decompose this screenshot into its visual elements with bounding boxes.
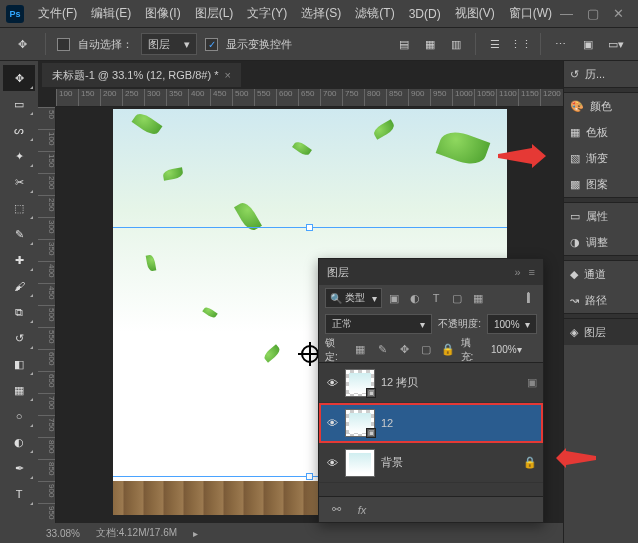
blur-tool[interactable]: ○: [3, 403, 35, 429]
menu-file[interactable]: 文件(F): [32, 1, 83, 26]
filter-toggle[interactable]: ⏽: [519, 289, 537, 307]
wand-tool[interactable]: ✦: [3, 143, 35, 169]
menu-3d[interactable]: 3D(D): [403, 3, 447, 25]
lasso-tool[interactable]: ᔕ: [3, 117, 35, 143]
layers-panel[interactable]: 图层 » ≡ 🔍类型▾ ▣ ◐ T ▢ ▦ ⏽ 正常▾ 不透明度: 100%▾ …: [318, 258, 544, 523]
distribute-h-icon[interactable]: ☰: [483, 32, 507, 56]
filter-image-icon[interactable]: ▣: [385, 289, 403, 307]
filter-text-icon[interactable]: T: [427, 289, 445, 307]
menu-filter[interactable]: 滤镜(T): [349, 1, 400, 26]
adjust-icon: ◑: [570, 236, 580, 249]
align-center-icon[interactable]: ▦: [418, 32, 442, 56]
lock-all-icon[interactable]: 🔒: [439, 341, 457, 359]
menu-edit[interactable]: 编辑(E): [85, 1, 137, 26]
eyedropper-tool[interactable]: ✎: [3, 221, 35, 247]
auto-select-checkbox[interactable]: [57, 38, 70, 51]
heal-tool[interactable]: ✚: [3, 247, 35, 273]
layers-panel-header[interactable]: 图层 » ≡: [319, 259, 543, 285]
maximize-button[interactable]: ▢: [587, 6, 599, 21]
pen-tool[interactable]: ✒: [3, 455, 35, 481]
panel-swatches[interactable]: ▦色板: [564, 119, 638, 145]
opacity-input[interactable]: 100%▾: [487, 314, 537, 334]
eraser-tool[interactable]: ◧: [3, 351, 35, 377]
link-layers-icon[interactable]: ⚯: [327, 501, 345, 519]
filter-shape-icon[interactable]: ▢: [448, 289, 466, 307]
filter-smart-icon[interactable]: ▦: [469, 289, 487, 307]
3d-mode-icon[interactable]: ▣: [576, 32, 600, 56]
visibility-icon[interactable]: 👁: [325, 377, 339, 389]
panel-paths[interactable]: ↝路径: [564, 287, 638, 313]
gradient-tool[interactable]: ▦: [3, 377, 35, 403]
panel-history[interactable]: ↺历...: [564, 61, 638, 87]
layer-thumbnail[interactable]: ▣: [345, 369, 375, 397]
layer-name[interactable]: 12: [381, 417, 393, 429]
panel-collapse-icon[interactable]: »: [514, 266, 520, 278]
frame-tool[interactable]: ⬚: [3, 195, 35, 221]
marquee-tool[interactable]: ▭: [3, 91, 35, 117]
menu-select[interactable]: 选择(S): [295, 1, 347, 26]
transform-checkbox[interactable]: ✓: [205, 38, 218, 51]
lock-artboard-icon[interactable]: ▢: [417, 341, 435, 359]
layers-filter-row: 🔍类型▾ ▣ ◐ T ▢ ▦ ⏽: [319, 285, 543, 311]
layer-item[interactable]: 👁 背景 🔒: [319, 443, 543, 483]
panel-menu-icon[interactable]: ≡: [529, 266, 535, 278]
move-tool-icon[interactable]: ✥: [10, 32, 34, 56]
close-tab-icon[interactable]: ×: [224, 69, 230, 81]
stamp-tool[interactable]: ⧉: [3, 299, 35, 325]
distribute-v-icon[interactable]: ⋮⋮: [509, 32, 533, 56]
layer-item[interactable]: 👁 ▣ 12: [319, 403, 543, 443]
link-icon[interactable]: ▣: [527, 376, 537, 389]
document-tab[interactable]: 未标题-1 @ 33.1% (12, RGB/8#) * ×: [42, 63, 241, 87]
lock-paint-icon[interactable]: ✎: [373, 341, 391, 359]
menu-text[interactable]: 文字(Y): [241, 1, 293, 26]
fill-input[interactable]: 100%▾: [487, 342, 537, 357]
history-brush-tool[interactable]: ↺: [3, 325, 35, 351]
gradient-icon: ▧: [570, 152, 580, 165]
filter-adjust-icon[interactable]: ◐: [406, 289, 424, 307]
align-left-icon[interactable]: ▤: [392, 32, 416, 56]
swatches-icon: ▦: [570, 126, 580, 139]
align-right-icon[interactable]: ▥: [444, 32, 468, 56]
lock-pixels-icon[interactable]: ▦: [352, 341, 370, 359]
type-tool[interactable]: T: [3, 481, 35, 507]
ruler-horizontal[interactable]: 1001502002503003504004505005506006507007…: [56, 89, 563, 107]
auto-select-label: 自动选择：: [78, 37, 133, 52]
app-logo: Ps: [6, 5, 24, 23]
status-more-icon[interactable]: ▸: [193, 528, 198, 539]
menu-image[interactable]: 图像(I): [139, 1, 186, 26]
panel-color[interactable]: 🎨颜色: [564, 93, 638, 119]
close-button[interactable]: ✕: [613, 6, 624, 21]
ruler-vertical[interactable]: 5010015020025030035040045050055060065070…: [38, 107, 56, 523]
minimize-button[interactable]: —: [560, 6, 573, 21]
layer-name[interactable]: 背景: [381, 455, 403, 470]
zoom-level[interactable]: 33.08%: [46, 528, 80, 539]
patterns-icon: ▩: [570, 178, 580, 191]
layer-item[interactable]: 👁 ▣ 12 拷贝 ▣: [319, 363, 543, 403]
crop-tool[interactable]: ✂: [3, 169, 35, 195]
fx-icon[interactable]: fx: [353, 501, 371, 519]
panel-channels[interactable]: ◆通道: [564, 261, 638, 287]
dodge-tool[interactable]: ◐: [3, 429, 35, 455]
visibility-icon[interactable]: 👁: [325, 457, 339, 469]
layer-thumbnail[interactable]: [345, 449, 375, 477]
panel-patterns[interactable]: ▩图案: [564, 171, 638, 197]
right-panels: ↺历... 🎨颜色 ▦色板 ▧渐变 ▩图案 ▭属性 ◑调整 ◆通道 ↝路径 ◈图…: [563, 61, 638, 543]
panel-adjust[interactable]: ◑调整: [564, 229, 638, 255]
brush-tool[interactable]: 🖌: [3, 273, 35, 299]
panel-properties[interactable]: ▭属性: [564, 203, 638, 229]
lock-position-icon[interactable]: ✥: [395, 341, 413, 359]
panel-layers[interactable]: ◈图层: [564, 319, 638, 345]
panel-gradient[interactable]: ▧渐变: [564, 145, 638, 171]
more-options-icon[interactable]: ⋯: [548, 32, 572, 56]
move-tool[interactable]: ✥: [3, 65, 35, 91]
auto-select-dropdown[interactable]: 图层▾: [141, 33, 197, 55]
layer-thumbnail[interactable]: ▣: [345, 409, 375, 437]
visibility-icon[interactable]: 👁: [325, 417, 339, 429]
menu-view[interactable]: 视图(V): [449, 1, 501, 26]
filter-type-dropdown[interactable]: 🔍类型▾: [325, 288, 382, 308]
blend-mode-dropdown[interactable]: 正常▾: [325, 314, 432, 334]
workspace-icon[interactable]: ▭▾: [604, 32, 628, 56]
layer-name[interactable]: 12 拷贝: [381, 375, 418, 390]
menu-layer[interactable]: 图层(L): [189, 1, 240, 26]
menu-window[interactable]: 窗口(W): [503, 1, 558, 26]
